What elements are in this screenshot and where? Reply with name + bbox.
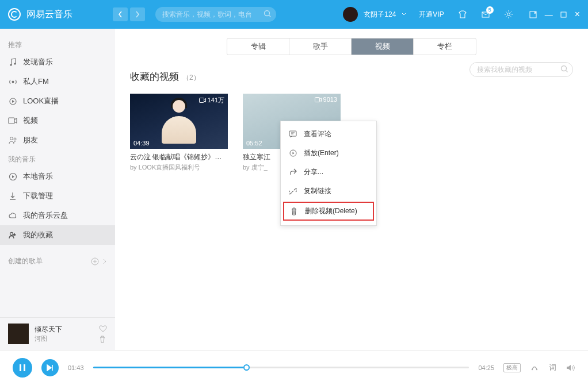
- ctx-link[interactable]: 复制链接: [281, 182, 376, 201]
- chevron-right-icon[interactable]: [102, 259, 107, 264]
- time-current: 01:43: [68, 364, 84, 371]
- page-count: （2）: [182, 73, 200, 83]
- sidebar-item-friends[interactable]: 朋友: [0, 130, 115, 150]
- search-icon[interactable]: [264, 10, 272, 18]
- trash-icon[interactable]: [99, 336, 107, 343]
- player-bar: 01:43 04:25 极高 词: [0, 350, 588, 384]
- video-thumbnail[interactable]: 141万 04:39: [130, 94, 228, 149]
- video-card[interactable]: 141万 04:39 云の泣 银临献唱《锦鲤抄》… by LOOK直播国风福利号: [130, 94, 228, 172]
- vip-link[interactable]: 开通VIP: [419, 10, 444, 20]
- tab-1[interactable]: 歌手: [289, 38, 352, 55]
- username[interactable]: 玄阴子124: [364, 10, 396, 20]
- progress-bar[interactable]: [93, 367, 469, 368]
- play-icon: [289, 149, 297, 157]
- svg-point-2: [507, 13, 510, 16]
- page-title: 收藏的视频: [130, 70, 179, 83]
- video-icon: [8, 116, 17, 125]
- radio-icon: [8, 77, 17, 86]
- svg-point-0: [265, 11, 270, 16]
- friends-icon: [8, 136, 17, 145]
- sidebar-section-title: 我的音乐: [0, 150, 115, 167]
- download-icon: [8, 191, 17, 201]
- sidebar-item-label: 视频: [23, 116, 38, 126]
- live-icon: [8, 97, 17, 106]
- like-icon[interactable]: [99, 325, 107, 332]
- tab-2[interactable]: 视频: [352, 38, 414, 55]
- ctx-share[interactable]: 分享...: [281, 163, 376, 182]
- sidebar-item-cloud[interactable]: 我的音乐云盘: [0, 206, 115, 225]
- video-duration: 04:39: [133, 140, 150, 147]
- effects-icon[interactable]: [530, 364, 539, 372]
- now-playing-title: 倾尽天下: [35, 325, 93, 334]
- ctx-label: 分享...: [304, 167, 323, 177]
- ctx-trash[interactable]: 删除视频(Delete): [283, 202, 374, 221]
- ctx-label: 查看评论: [304, 129, 331, 139]
- settings-icon[interactable]: [504, 10, 513, 19]
- play-pause-button[interactable]: [13, 358, 32, 378]
- skin-icon[interactable]: [458, 10, 467, 19]
- sidebar-section-title: 推荐: [0, 36, 115, 52]
- nav-forward-button[interactable]: [130, 7, 145, 21]
- lyrics-icon[interactable]: 词: [548, 362, 557, 374]
- sidebar-item-label: 下载管理: [23, 191, 53, 201]
- now-playing-artist: 河图: [35, 334, 93, 343]
- svg-point-5: [10, 64, 12, 66]
- app-logo-icon: [8, 8, 21, 21]
- svg-rect-17: [315, 97, 319, 102]
- mini-mode-button[interactable]: [529, 11, 537, 18]
- maximize-button[interactable]: [560, 11, 567, 18]
- minimize-button[interactable]: —: [545, 10, 552, 19]
- svg-point-6: [14, 63, 16, 64]
- sidebar-item-label: LOOK直播: [23, 96, 59, 106]
- video-views: 141万: [199, 96, 224, 105]
- svg-rect-16: [199, 98, 204, 103]
- sidebar-item-live[interactable]: LOOK直播: [0, 91, 115, 111]
- svg-rect-21: [24, 364, 25, 371]
- video-title: 云の泣 银临献唱《锦鲤抄》…: [130, 152, 228, 162]
- trash-icon: [290, 207, 298, 215]
- add-playlist-icon[interactable]: [91, 257, 99, 265]
- search-input[interactable]: [155, 7, 276, 22]
- ctx-comment[interactable]: 查看评论: [281, 125, 376, 144]
- sidebar-item-local[interactable]: 本地音乐: [0, 167, 115, 186]
- sidebar-item-label: 我的音乐云盘: [23, 210, 68, 221]
- sidebar-item-label: 私人FM: [23, 76, 49, 87]
- svg-point-23: [536, 368, 537, 369]
- video-duration: 05:52: [246, 140, 262, 147]
- sidebar: 推荐发现音乐私人FMLOOK直播视频朋友我的音乐本地音乐下载管理我的音乐云盘我的…: [0, 29, 115, 350]
- sidebar-item-fav[interactable]: 我的收藏: [0, 225, 115, 245]
- next-button[interactable]: [41, 359, 59, 376]
- sidebar-item-radio[interactable]: 私人FM: [0, 72, 115, 91]
- svg-point-22: [532, 368, 533, 369]
- titlebar: 网易云音乐 玄阴子124 开通VIP 5 — ×: [0, 0, 588, 29]
- time-total: 04:25: [478, 364, 494, 371]
- link-icon: [289, 187, 297, 195]
- sidebar-item-video[interactable]: 视频: [0, 111, 115, 130]
- filter-input[interactable]: [469, 62, 573, 77]
- share-icon: [289, 168, 297, 176]
- search-icon[interactable]: [560, 65, 568, 73]
- sidebar-item-download[interactable]: 下载管理: [0, 186, 115, 206]
- ctx-label: 复制链接: [304, 186, 331, 196]
- close-button[interactable]: ×: [575, 9, 580, 20]
- sidebar-item-label: 朋友: [23, 135, 38, 145]
- ctx-label: 播放(Enter): [304, 148, 339, 158]
- inbox-icon[interactable]: 5: [481, 10, 490, 19]
- sidebar-item-note[interactable]: 发现音乐: [0, 52, 115, 72]
- ctx-play[interactable]: 播放(Enter): [281, 144, 376, 163]
- context-menu: 查看评论播放(Enter)分享...复制链接删除视频(Delete): [280, 121, 377, 226]
- chevron-down-icon[interactable]: [402, 13, 406, 16]
- tab-0[interactable]: 专辑: [227, 38, 289, 55]
- nav-back-button[interactable]: [113, 7, 128, 21]
- svg-point-11: [14, 138, 16, 140]
- avatar[interactable]: [343, 7, 358, 22]
- tab-3[interactable]: 专栏: [414, 38, 476, 55]
- svg-point-7: [12, 80, 14, 83]
- video-views: 9013: [315, 96, 337, 103]
- now-playing[interactable]: 倾尽天下 河图: [0, 317, 115, 350]
- quality-button[interactable]: 极高: [503, 363, 521, 372]
- volume-icon[interactable]: [566, 364, 575, 372]
- inbox-badge: 5: [486, 6, 494, 14]
- svg-rect-4: [561, 12, 566, 17]
- note-icon: [8, 57, 17, 67]
